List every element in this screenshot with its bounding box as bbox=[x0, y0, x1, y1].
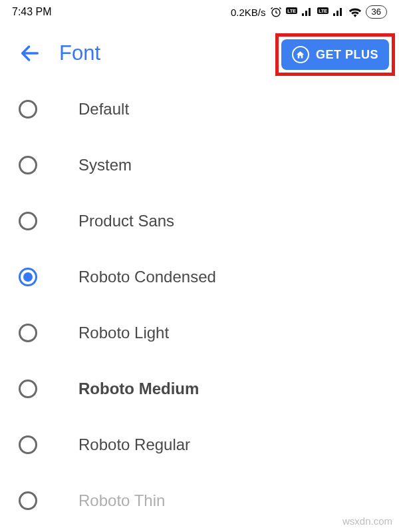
font-option-label: Roboto Regular bbox=[78, 435, 190, 454]
font-option[interactable]: Roboto Medium bbox=[19, 361, 399, 417]
font-option[interactable]: Roboto Light bbox=[19, 305, 399, 361]
status-indicators: 0.2KB/s LTE LTE 36 bbox=[231, 5, 387, 19]
back-button[interactable] bbox=[19, 41, 43, 65]
font-option-label: Roboto Medium bbox=[78, 380, 199, 398]
font-option-label: Default bbox=[78, 100, 129, 119]
svg-text:LTE: LTE bbox=[287, 9, 296, 13]
font-option-label: Roboto Thin bbox=[78, 491, 165, 510]
radio-icon bbox=[19, 380, 37, 398]
font-option-label: Roboto Light bbox=[78, 324, 169, 342]
radio-icon bbox=[19, 268, 37, 286]
radio-icon bbox=[19, 100, 37, 119]
status-bar: 7:43 PM 0.2KB/s LTE LTE 36 bbox=[0, 0, 399, 24]
home-circle-icon bbox=[292, 46, 309, 63]
font-option[interactable]: Roboto Regular bbox=[19, 417, 399, 473]
alarm-icon bbox=[270, 6, 282, 18]
watermark: wsxdn.com bbox=[342, 515, 392, 527]
page-title: Font bbox=[59, 41, 100, 65]
get-plus-button[interactable]: GET PLUS bbox=[281, 39, 389, 70]
font-option[interactable]: Product Sans bbox=[19, 193, 399, 249]
get-plus-highlight: GET PLUS bbox=[275, 33, 395, 76]
radio-icon bbox=[19, 324, 37, 342]
radio-icon bbox=[19, 212, 37, 230]
wifi-icon bbox=[348, 7, 362, 17]
arrow-left-icon bbox=[19, 42, 41, 65]
font-options-list: DefaultSystemProduct SansRoboto Condense… bbox=[0, 81, 399, 529]
volte1-icon: LTE bbox=[286, 7, 297, 17]
get-plus-label: GET PLUS bbox=[316, 48, 378, 62]
font-option-label: Roboto Condensed bbox=[78, 268, 216, 286]
font-option[interactable]: Roboto Condensed bbox=[19, 249, 399, 305]
radio-icon bbox=[19, 435, 37, 454]
font-option[interactable]: System bbox=[19, 137, 399, 193]
radio-icon bbox=[19, 156, 37, 174]
network-speed: 0.2KB/s bbox=[231, 7, 266, 18]
status-time: 7:43 PM bbox=[12, 6, 52, 18]
font-option[interactable]: Default bbox=[19, 81, 399, 137]
radio-icon bbox=[19, 491, 37, 510]
font-option-label: Product Sans bbox=[78, 212, 174, 230]
volte2-icon: LTE bbox=[317, 7, 329, 17]
font-option-label: System bbox=[78, 156, 132, 174]
signal2-icon bbox=[332, 7, 344, 17]
app-header: Font GET PLUS bbox=[0, 24, 399, 81]
signal1-icon bbox=[301, 7, 313, 17]
svg-text:LTE: LTE bbox=[319, 9, 327, 13]
battery-indicator: 36 bbox=[366, 5, 387, 19]
